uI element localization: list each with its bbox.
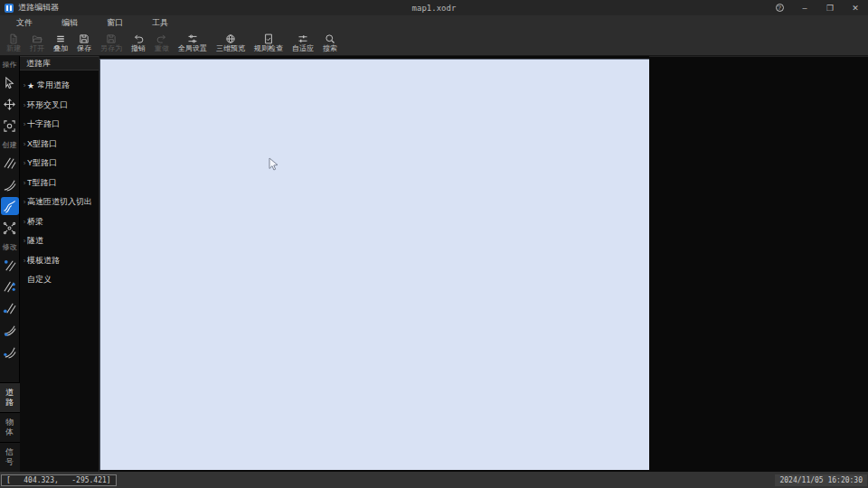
s-curve-road-icon [3, 200, 16, 213]
auto-fit-button[interactable]: 自适应 [288, 30, 318, 56]
modify-lane-tool-1[interactable] [1, 256, 19, 274]
main-area: 操作创建修改道路物体信号 道路库 ›★常用道路›环形交叉口›十字路口›X型路口›… [0, 56, 868, 472]
menu-item-3[interactable]: 窗口 [98, 17, 132, 29]
menu-item-2[interactable]: 编辑 [52, 17, 87, 29]
overlay-button[interactable]: 叠加 [49, 30, 72, 56]
toolbar-label: 撤销 [131, 45, 146, 52]
global-settings-button[interactable]: 全局设置 [174, 30, 212, 56]
library-item-label: Y型路口 [27, 157, 57, 169]
restore-button[interactable]: ❐ [817, 0, 843, 15]
menubar: 文件编辑窗口工具 [0, 15, 868, 30]
toolbar-label: 规则检查 [254, 45, 283, 52]
menu-item-4[interactable]: 工具 [143, 17, 177, 29]
side-tab-道路[interactable]: 道路 [0, 382, 20, 412]
curved-road-tool[interactable] [1, 175, 19, 193]
library-item[interactable]: ›隧道 [20, 231, 99, 251]
toolbar-label: 打开 [30, 45, 44, 52]
library-item[interactable]: 自定义 [20, 270, 99, 290]
lane-edit-1-icon [3, 258, 16, 272]
app-logo-icon [5, 4, 14, 13]
library-item[interactable]: ›★常用道路 [20, 76, 99, 96]
document-title: map1.xodr [0, 4, 868, 13]
library-item-label: 环形交叉口 [27, 99, 68, 111]
map-canvas[interactable] [99, 59, 649, 470]
menu-item-1[interactable]: 文件 [7, 17, 42, 29]
modify-lane-tool-5[interactable] [1, 343, 19, 361]
redo-button: 重做 [150, 30, 174, 56]
library-item-label: 自定义 [27, 274, 52, 286]
library-item[interactable]: ›模板道路 [20, 251, 99, 271]
star-icon: ★ [27, 81, 34, 90]
app-title: 道路编辑器 [18, 2, 59, 14]
junction-icon [3, 221, 16, 235]
lane-edit-5-icon [3, 345, 16, 359]
library-item[interactable]: ›T型路口 [20, 174, 99, 193]
global-settings-icon [187, 33, 198, 44]
library-item[interactable]: ›桥梁 [20, 212, 99, 232]
library-item[interactable]: ›Y型路口 [20, 154, 99, 174]
straight-road-tool[interactable] [1, 154, 19, 172]
mouse-cursor-icon [269, 157, 279, 172]
pan-tool[interactable] [1, 95, 19, 113]
side-tab-信号[interactable]: 信号 [0, 442, 20, 472]
toolbar-label: 新建 [6, 45, 21, 52]
clock: 2024/11/05 16:20:30 [775, 474, 867, 486]
tool-group-label: 创建 [0, 136, 20, 152]
window-controls: ?–❐✕ [767, 0, 868, 15]
open-file-button: 打开 [25, 30, 49, 56]
toolbar-label: 另存为 [100, 45, 122, 52]
modify-lane-tool-3[interactable] [1, 299, 19, 317]
rule-check-button[interactable]: 规则检查 [250, 30, 288, 56]
lane-edit-3-icon [3, 302, 16, 315]
library-item[interactable]: ›环形交叉口 [20, 96, 99, 116]
library-item-label: 模板道路 [27, 255, 60, 267]
library-item-label: T型路口 [27, 177, 57, 189]
toolbar-label: 全局设置 [178, 45, 207, 52]
toolbar-label: 三维预览 [216, 45, 245, 52]
modify-lane-tool-4[interactable] [1, 321, 19, 339]
right-panel-empty [649, 56, 868, 472]
toolbar-label: 保存 [77, 45, 91, 52]
move-icon [3, 98, 16, 111]
titlebar-left: 道路编辑器 [0, 2, 59, 14]
road-library-panel: 道路库 ›★常用道路›环形交叉口›十字路口›X型路口›Y型路口›T型路口›高速匝… [20, 56, 99, 472]
library-item-label: 十字路口 [27, 118, 60, 130]
toolbar: 新建打开叠加保存另存为撤销重做全局设置三维预览规则检查自适应搜索 [0, 30, 868, 56]
new-file-icon [8, 33, 19, 44]
save-button[interactable]: 保存 [72, 30, 96, 56]
toolbar-label: 自适应 [292, 45, 314, 52]
statusbar: [ 404.323, -295.421] 2024/11/05 16:20:30 [0, 472, 868, 488]
focus-extent-icon [3, 119, 16, 133]
library-item[interactable]: ›X型路口 [20, 135, 99, 155]
library-item-label: 常用道路 [37, 80, 70, 91]
close-button[interactable]: ✕ [843, 0, 868, 15]
library-item-label: 桥梁 [27, 216, 43, 228]
lane-edit-4-icon [3, 324, 16, 337]
help-button[interactable]: ? [767, 0, 792, 15]
save-icon [79, 33, 90, 44]
save-as-icon [106, 33, 117, 44]
library-item-list: ›★常用道路›环形交叉口›十字路口›X型路口›Y型路口›T型路口›高速匝道切入切… [20, 70, 99, 290]
minimize-button[interactable]: – [792, 0, 817, 15]
overlay-icon [55, 33, 66, 44]
focus-extent-tool[interactable] [1, 117, 19, 135]
undo-icon [133, 33, 144, 44]
modify-lane-tool-2[interactable] [1, 277, 19, 296]
select-cursor-icon [3, 76, 16, 89]
undo-button[interactable]: 撤销 [127, 30, 150, 56]
lane-edit-2-icon [3, 280, 16, 294]
preview-3d-icon [225, 33, 236, 44]
search-button[interactable]: 搜索 [318, 30, 342, 56]
preview-3d-button[interactable]: 三维预览 [212, 30, 250, 56]
junction-tool[interactable] [1, 219, 19, 237]
library-item-label: X型路口 [27, 138, 57, 150]
s-curve-road-tool[interactable] [1, 197, 19, 215]
library-item-label: 高速匝道切入切出 [27, 196, 92, 208]
search-icon [325, 33, 335, 44]
select-tool[interactable] [1, 73, 19, 91]
library-item[interactable]: ›十字路口 [20, 115, 99, 135]
toolbar-label: 叠加 [53, 45, 68, 52]
redo-icon [156, 33, 167, 44]
library-item[interactable]: ›高速匝道切入切出 [20, 192, 99, 212]
side-tab-物体[interactable]: 物体 [0, 412, 20, 442]
